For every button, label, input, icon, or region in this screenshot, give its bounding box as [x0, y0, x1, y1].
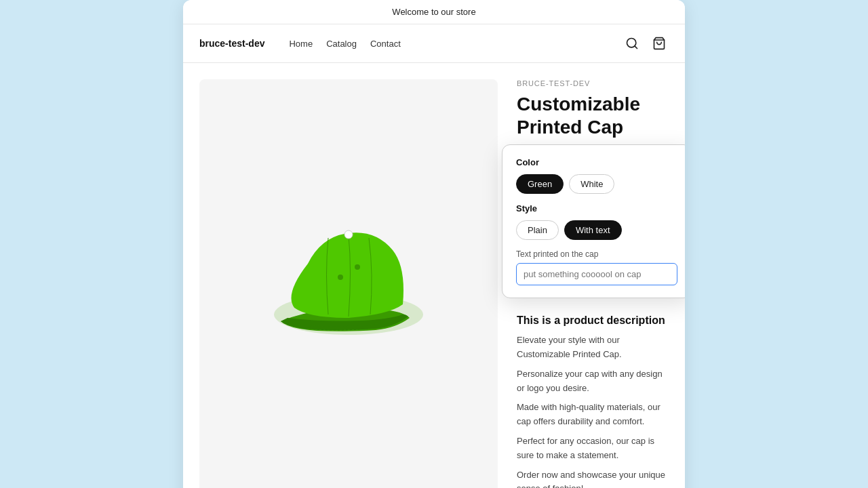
nav-links: Home Catalog Contact [289, 39, 606, 49]
popup-style-label: Style [516, 203, 677, 214]
nav-catalog[interactable]: Catalog [326, 39, 357, 49]
cart-icon [652, 37, 666, 50]
description-para: Made with high-quality materials, our ca… [517, 401, 669, 429]
popup-color-label: Color [516, 157, 677, 167]
svg-point-4 [344, 230, 353, 239]
product-title: Customizable Printed Cap [517, 93, 669, 138]
nav-bar: bruce-test-dev Home Catalog Contact [183, 24, 685, 63]
brand-label: BRUCE-TEST-DEV [517, 79, 669, 87]
svg-point-6 [355, 264, 360, 270]
popup-text-label: Text printed on the cap [516, 249, 677, 259]
product-image [240, 209, 457, 372]
popup-color-buttons: Green White [516, 174, 677, 194]
nav-contact[interactable]: Contact [370, 39, 401, 49]
description-paragraphs: Elevate your style with our Customizable… [517, 333, 669, 488]
popup-overlay: Color Green White Style Plain With text … [502, 144, 685, 298]
popup-text-input[interactable] [516, 263, 677, 285]
svg-point-5 [338, 274, 343, 280]
description-para: Elevate your style with our Customizable… [517, 333, 669, 362]
announcement-text: Welcome to our store [392, 7, 475, 17]
popup-style-plain-btn[interactable]: Plain [516, 220, 559, 240]
popup-style-buttons: Plain With text [516, 220, 677, 240]
nav-home[interactable]: Home [289, 39, 313, 49]
product-image-panel [199, 79, 498, 488]
search-icon [625, 37, 639, 50]
product-area: BRUCE-TEST-DEV Customizable Printed Cap … [183, 63, 685, 488]
popup-style-withtext-btn[interactable]: With text [564, 220, 622, 240]
store-window: Welcome to our store bruce-test-dev Home… [183, 0, 685, 488]
product-description: This is a product description Elevate yo… [517, 314, 669, 488]
announcement-bar: Welcome to our store [183, 0, 685, 24]
description-para: Personalize your cap with any design or … [517, 367, 669, 396]
description-title: This is a product description [517, 314, 669, 327]
description-para: Perfect for any occasion, our cap is sur… [517, 434, 669, 463]
search-button[interactable] [623, 34, 642, 53]
description-para: Order now and showcase your unique sense… [517, 468, 669, 488]
popup-color-white-btn[interactable]: White [569, 174, 614, 194]
svg-line-1 [635, 46, 637, 49]
cart-button[interactable] [650, 34, 669, 53]
nav-icons [623, 34, 669, 53]
popup-color-green-btn[interactable]: Green [516, 174, 564, 194]
store-logo: bruce-test-dev [199, 38, 264, 49]
